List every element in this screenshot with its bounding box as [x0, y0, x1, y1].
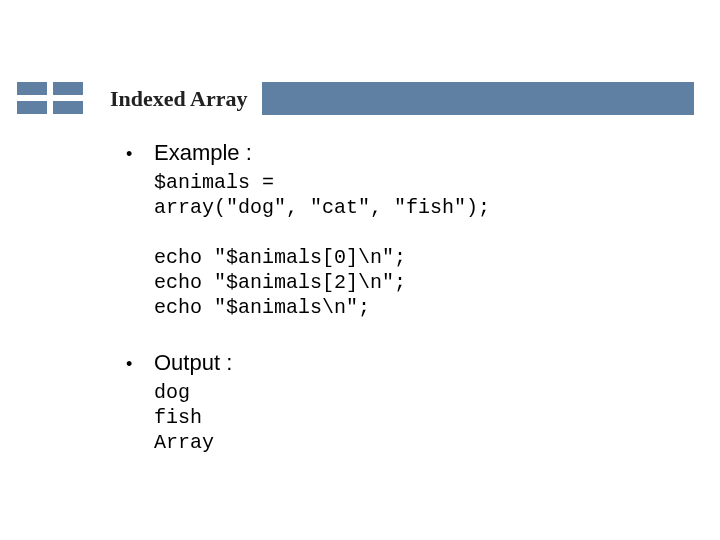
slide-body: • Example : $animals = array("dog", "cat…	[126, 140, 686, 479]
decor-row	[0, 101, 83, 114]
code-block-example: $animals = array("dog", "cat", "fish"); …	[154, 170, 686, 320]
bullet-example: • Example :	[126, 140, 686, 166]
code-line: array("dog", "cat", "fish");	[154, 196, 490, 219]
slide-decor	[0, 82, 83, 114]
section-label-output: Output :	[154, 350, 232, 376]
decor-row	[0, 82, 83, 95]
slide-title: Indexed Array	[110, 86, 248, 112]
decor-square	[17, 101, 47, 114]
code-line: Array	[154, 431, 214, 454]
code-line: echo "$animals[0]\n";	[154, 246, 406, 269]
code-line: echo "$animals[2]\n";	[154, 271, 406, 294]
bullet-output: • Output :	[126, 350, 686, 376]
code-line: $animals =	[154, 171, 274, 194]
bullet-glyph: •	[126, 141, 154, 163]
decor-square	[17, 82, 47, 95]
code-line: fish	[154, 406, 202, 429]
code-line: echo "$animals\n";	[154, 296, 370, 319]
code-block-output: dog fish Array	[154, 380, 686, 455]
title-box: Indexed Array	[104, 82, 262, 115]
section-label-example: Example :	[154, 140, 252, 166]
title-bar: Indexed Array	[104, 82, 694, 115]
decor-square	[53, 82, 83, 95]
bullet-glyph: •	[126, 351, 154, 373]
decor-square	[53, 101, 83, 114]
code-line: dog	[154, 381, 190, 404]
